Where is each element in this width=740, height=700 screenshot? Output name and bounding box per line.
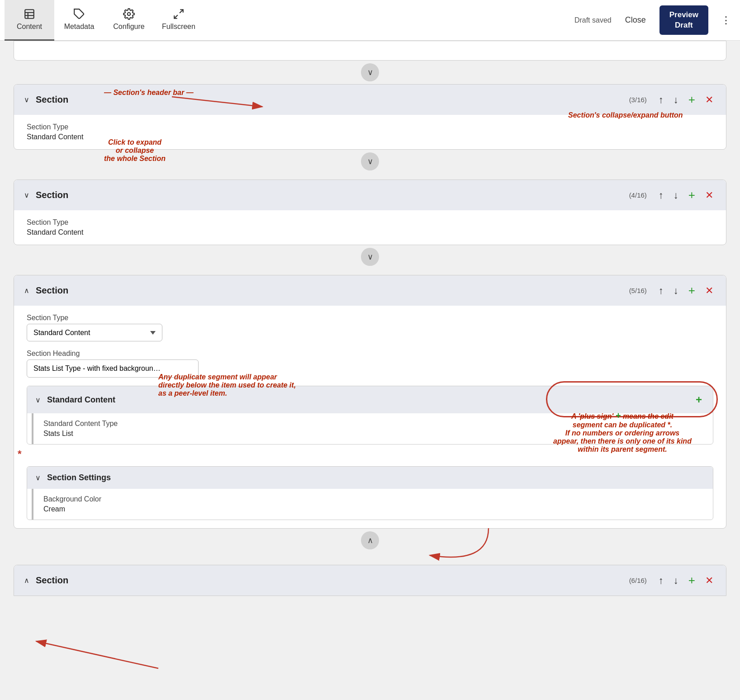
section-3-body: Section Type Standard Content <box>14 115 726 149</box>
section-type-select[interactable]: Standard Content <box>27 324 162 341</box>
section-6-header[interactable]: ∧ Section (6/16) ↑ ↓ + ✕ <box>14 565 726 596</box>
standard-content-title: Standard Content <box>47 395 688 405</box>
section-3-count: (3/16) <box>629 96 647 104</box>
section-3-add-btn[interactable]: + <box>686 92 698 108</box>
section-6-title: Section <box>36 575 625 586</box>
collapse-toggle-4-5: ∨ <box>14 248 726 266</box>
section-5-container: ∧ Section (5/16) ↑ ↓ + ✕ Section Type St… <box>14 275 726 529</box>
section-3-title: Section <box>36 95 625 105</box>
asterisk-row: * <box>18 448 713 460</box>
collapse-toggle-3-4: ∨ <box>14 152 726 170</box>
collapse-toggle-btn-3-4[interactable]: ∨ <box>361 152 379 170</box>
collapse-toggle-btn-5-6[interactable]: ∧ <box>361 531 379 549</box>
section-heading-input[interactable] <box>27 359 199 378</box>
section-4-type-value: Standard Content <box>27 228 83 236</box>
section-5-up-btn[interactable]: ↑ <box>656 284 666 298</box>
section-5-add-btn[interactable]: + <box>686 283 698 298</box>
section-6-collapse-icon: ∧ <box>24 576 29 585</box>
standard-content-header[interactable]: ∨ Standard Content + <box>27 386 713 413</box>
section-5-collapse-icon: ∧ <box>24 286 29 295</box>
section-6-up-btn[interactable]: ↑ <box>656 574 666 587</box>
collapse-toggle-btn-4-5[interactable]: ∨ <box>361 248 379 266</box>
settings-collapse-icon: ∨ <box>35 473 41 482</box>
tab-content[interactable]: Content <box>5 0 54 41</box>
standard-content-sub-container: ∨ Standard Content + Standard Content Ty… <box>27 386 713 445</box>
section-4-type-label: Section Type <box>27 218 713 227</box>
section-5-type-group: Section Type Standard Content <box>27 314 713 341</box>
svg-line-7 <box>174 15 178 19</box>
section-5-card: ∧ Section (5/16) ↑ ↓ + ✕ Section Type St… <box>14 275 726 529</box>
preview-draft-button[interactable]: PreviewDraft <box>659 5 708 34</box>
sc-type-row: Standard Content Type Stats List <box>43 420 703 438</box>
standard-content-body: Standard Content Type Stats List <box>32 413 713 444</box>
section-4-delete-btn[interactable]: ✕ <box>702 189 716 202</box>
close-button[interactable]: Close <box>620 13 651 28</box>
svg-rect-0 <box>25 9 34 19</box>
standard-content-add-btn[interactable]: + <box>693 393 705 407</box>
section-6-down-btn[interactable]: ↓ <box>671 574 681 587</box>
section-4-header[interactable]: ∨ Section (4/16) ↑ ↓ + ✕ <box>14 180 726 210</box>
section-3-type-value: Standard Content <box>27 133 83 141</box>
section-6-card: ∧ Section (6/16) ↑ ↓ + ✕ <box>14 565 726 596</box>
collapse-toggle-top: ∨ <box>14 63 726 81</box>
draft-saved-label: Draft saved <box>574 16 612 24</box>
collapse-toggle-btn-top[interactable]: ∨ <box>361 63 379 81</box>
section-5-heading-group: Section Heading <box>27 350 713 378</box>
asterisk-marker: * <box>18 448 22 460</box>
settings-title: Section Settings <box>47 473 705 482</box>
section-3-header[interactable]: ∨ Section (3/16) ↑ ↓ + ✕ <box>14 85 726 115</box>
section-5-delete-btn[interactable]: ✕ <box>702 284 716 298</box>
collapse-toggle-5-6: ∧ <box>14 531 726 549</box>
section-5-down-btn[interactable]: ↓ <box>671 284 681 298</box>
section-5-body: Section Type Standard Content Section He… <box>14 306 726 528</box>
section-3-collapse-icon: ∨ <box>24 95 29 104</box>
sc-type-label: Standard Content Type <box>43 420 703 428</box>
tab-metadata[interactable]: Metadata <box>54 0 104 41</box>
svg-line-6 <box>180 9 183 13</box>
more-options-button[interactable]: ⋮ <box>716 12 735 29</box>
section-3-container: ∨ Section (3/16) ↑ ↓ + ✕ Section Type St… <box>14 84 726 150</box>
section-6-count: (6/16) <box>629 577 647 584</box>
bg-color-value: Cream <box>43 505 65 513</box>
main-content: ∨ ∨ Section (3/16) ↑ ↓ + ✕ Section Type … <box>0 41 740 610</box>
section-4-body: Section Type Standard Content <box>14 210 726 245</box>
section-3-down-btn[interactable]: ↓ <box>671 93 681 107</box>
section-6-delete-btn[interactable]: ✕ <box>702 574 716 587</box>
section-4-title: Section <box>36 190 625 200</box>
svg-line-12 <box>36 641 158 668</box>
bg-color-label: Background Color <box>43 495 703 503</box>
standard-content-collapse-icon: ∨ <box>35 396 41 404</box>
tab-fullscreen[interactable]: Fullscreen <box>154 0 204 41</box>
section-4-collapse-icon: ∨ <box>24 191 29 199</box>
section-4-down-btn[interactable]: ↓ <box>671 189 681 202</box>
standard-content-sub: ∨ Standard Content + Standard Content Ty… <box>27 386 713 445</box>
section-4-count: (4/16) <box>629 191 647 199</box>
section-4-up-btn[interactable]: ↑ <box>656 189 666 202</box>
section-5-count: (5/16) <box>629 287 647 294</box>
svg-point-5 <box>128 13 131 16</box>
section-4-add-btn[interactable]: + <box>686 187 698 203</box>
section-settings-sub: ∨ Section Settings Background Color Crea… <box>27 466 713 520</box>
section-5-type-label: Section Type <box>27 314 713 322</box>
tab-configure[interactable]: Configure <box>104 0 154 41</box>
section-5-header[interactable]: ∧ Section (5/16) ↑ ↓ + ✕ <box>14 275 726 306</box>
section-5-heading-label: Section Heading <box>27 350 713 358</box>
section-6-add-btn[interactable]: + <box>686 572 698 588</box>
section-4-card: ∨ Section (4/16) ↑ ↓ + ✕ Section Type St… <box>14 180 726 245</box>
section-settings-header[interactable]: ∨ Section Settings <box>27 467 713 489</box>
partial-top-card <box>14 41 726 61</box>
section-3-card: ∨ Section (3/16) ↑ ↓ + ✕ Section Type St… <box>14 84 726 150</box>
section-5-title: Section <box>36 285 625 296</box>
section-3-delete-btn[interactable]: ✕ <box>702 93 716 107</box>
section-3-type-label: Section Type <box>27 123 713 131</box>
settings-body: Background Color Cream <box>32 489 713 520</box>
top-navigation: Content Metadata Configure Fullscreen Dr… <box>0 0 740 41</box>
sc-type-value: Stats List <box>43 430 73 437</box>
section-3-up-btn[interactable]: ↑ <box>656 93 666 107</box>
